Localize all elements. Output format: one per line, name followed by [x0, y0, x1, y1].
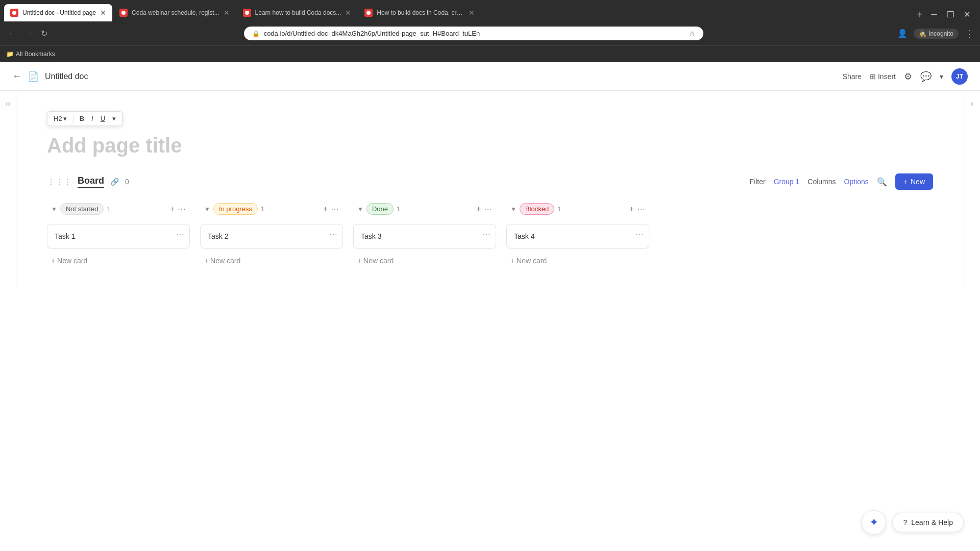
column-more-button[interactable]: ⋯ — [178, 204, 186, 214]
sidebar-toggle-button[interactable]: ›› — [5, 99, 11, 108]
column-more-button[interactable]: ⋯ — [331, 204, 339, 214]
help-widget: ✦ ? Learn & Help — [862, 510, 964, 535]
dropdown-arrow: ▾ — [63, 115, 67, 122]
kanban-card-card3[interactable]: Task 3 ⋯ — [353, 224, 496, 248]
heading-label: H2 — [54, 115, 62, 122]
browser-address-bar: ← → ↻ 🔒 coda.io/d/Untitled-doc_dk4MaGh2h… — [0, 21, 980, 46]
column-label[interactable]: Done — [366, 203, 394, 215]
kanban-card-card1[interactable]: Task 1 ⋯ — [47, 224, 190, 248]
column-add-button[interactable]: + — [629, 205, 634, 214]
forward-button[interactable]: → — [22, 27, 35, 40]
help-icon: ? — [903, 518, 907, 527]
kanban-card-card2[interactable]: Task 2 ⋯ — [200, 224, 343, 248]
column-label[interactable]: In progress — [213, 203, 258, 215]
insert-button[interactable]: ⊞ Insert — [870, 72, 896, 81]
column-label[interactable]: Blocked — [520, 203, 554, 215]
card-menu-button[interactable]: ⋯ — [329, 230, 337, 239]
maximize-button[interactable]: ❐ — [943, 7, 958, 21]
header-right: Share ⊞ Insert ⚙ 💬 ▾ JT — [843, 68, 968, 85]
toolbar-divider — [73, 115, 74, 123]
ai-assistant-button[interactable]: ✦ — [862, 510, 886, 535]
tab-close-button[interactable]: ✕ — [100, 9, 106, 17]
italic-button[interactable]: I — [89, 114, 95, 123]
board-link-icon[interactable]: 🔗 — [110, 178, 119, 186]
card-menu-button[interactable]: ⋯ — [482, 230, 491, 239]
column-collapse-button[interactable]: ▼ — [510, 206, 517, 213]
browser-tab-tab2[interactable]: Coda webinar schedule, regist... ✕ — [113, 4, 235, 21]
column-add-button[interactable]: + — [323, 205, 328, 214]
back-button[interactable]: ← — [6, 27, 18, 40]
doc-title[interactable]: Untitled doc — [45, 72, 88, 81]
board-menu-icon[interactable]: ⋮⋮⋮ — [47, 177, 71, 187]
underline-button[interactable]: U — [99, 114, 107, 123]
browser-tab-tab3[interactable]: Learn how to build Coda docs... ✕ — [237, 4, 358, 21]
user-avatar[interactable]: JT — [951, 68, 968, 85]
tab-favicon — [119, 9, 128, 17]
tab-close-button[interactable]: ✕ — [345, 9, 351, 17]
star-icon[interactable]: ☆ — [689, 30, 695, 37]
options-button[interactable]: Options — [844, 178, 869, 186]
tab-title: Coda webinar schedule, regist... — [132, 9, 219, 16]
bold-button[interactable]: B — [78, 114, 86, 123]
kanban-card-card4[interactable]: Task 4 ⋯ — [506, 224, 649, 248]
new-card-button-col2[interactable]: + New card — [200, 253, 343, 269]
column-more-button[interactable]: ⋯ — [637, 204, 645, 214]
column-header-col4: ▼ Blocked 1 + ⋯ — [506, 200, 649, 218]
chevron-down-icon[interactable]: ▾ — [940, 72, 943, 81]
column-more-button[interactable]: ⋯ — [484, 204, 492, 214]
column-header-col3: ▼ Done 1 + ⋯ — [353, 200, 496, 218]
insert-label: Insert — [878, 72, 896, 81]
column-add-button[interactable]: + — [170, 205, 175, 214]
right-panel-toggle-button[interactable]: ‹ — [971, 99, 973, 108]
card-menu-button[interactable]: ⋯ — [176, 230, 184, 239]
share-button[interactable]: Share — [843, 72, 862, 81]
column-label[interactable]: Not started — [60, 203, 104, 215]
settings-icon[interactable]: ⚙ — [904, 71, 912, 82]
tab-title: Learn how to build Coda docs... — [255, 9, 341, 16]
address-input[interactable]: 🔒 coda.io/d/Untitled-doc_dk4MaGh2h6p/Unt… — [244, 27, 703, 40]
incognito-badge: 🕵 Incognito — [914, 29, 959, 39]
card-title: Task 4 — [514, 232, 534, 240]
main-content: H2 ▾ B I U ▾ Add page title ⋮⋮⋮ Board 🔗 … — [16, 91, 964, 289]
new-button[interactable]: + New — [895, 173, 933, 190]
menu-icon[interactable]: ⋮ — [965, 28, 974, 39]
minimize-button[interactable]: ─ — [927, 7, 941, 21]
back-nav-button[interactable]: ← — [12, 71, 21, 82]
learn-help-button[interactable]: ? Learn & Help — [892, 513, 964, 532]
tab-close-button[interactable]: ✕ — [224, 9, 230, 17]
browser-tab-tab1[interactable]: Untitled doc · Untitled page ✕ — [4, 4, 112, 21]
learn-help-label: Learn & Help — [911, 518, 953, 527]
new-card-button-col3[interactable]: + New card — [353, 253, 496, 269]
column-collapse-button[interactable]: ▼ — [357, 206, 363, 213]
page-title-placeholder[interactable]: Add page title — [47, 134, 933, 157]
new-card-button-col1[interactable]: + New card — [47, 253, 190, 269]
new-card-button-col4[interactable]: + New card — [506, 253, 649, 269]
all-bookmarks-link[interactable]: 📁 All Bookmarks — [6, 51, 55, 58]
profile-icon[interactable]: 👤 — [897, 29, 908, 38]
column-collapse-button[interactable]: ▼ — [51, 206, 57, 213]
heading-dropdown[interactable]: H2 ▾ — [52, 114, 69, 123]
board-title[interactable]: Board — [78, 176, 104, 188]
card-menu-button[interactable]: ⋯ — [635, 230, 644, 239]
more-formatting-button[interactable]: ▾ — [110, 114, 118, 123]
new-tab-button[interactable]: + — [913, 7, 927, 21]
tab-title: Untitled doc · Untitled page — [22, 9, 96, 16]
search-icon[interactable]: 🔍 — [877, 177, 887, 187]
comment-icon[interactable]: 💬 — [920, 71, 932, 82]
svg-point-2 — [245, 11, 249, 15]
group-button[interactable]: Group 1 — [774, 178, 800, 186]
bookmarks-label: All Bookmarks — [16, 51, 55, 58]
tab-close-button[interactable]: ✕ — [469, 9, 475, 17]
filter-button[interactable]: Filter — [750, 178, 766, 186]
browser-actions: 👤 🕵 Incognito ⋮ — [897, 28, 974, 39]
column-collapse-button[interactable]: ▼ — [204, 206, 210, 213]
columns-button[interactable]: Columns — [807, 178, 836, 186]
column-count: 1 — [397, 205, 400, 213]
column-add-button[interactable]: + — [476, 205, 481, 214]
browser-frame: Untitled doc · Untitled page ✕ Coda webi… — [0, 0, 980, 62]
tab-favicon — [10, 9, 18, 17]
browser-tab-tab4[interactable]: How to build docs in Coda, cre... ✕ — [358, 4, 481, 21]
reload-button[interactable]: ↻ — [39, 27, 50, 40]
board-header: ⋮⋮⋮ Board 🔗 0 Filter Group 1 Columns Opt… — [47, 173, 933, 190]
close-button[interactable]: ✕ — [960, 7, 974, 21]
